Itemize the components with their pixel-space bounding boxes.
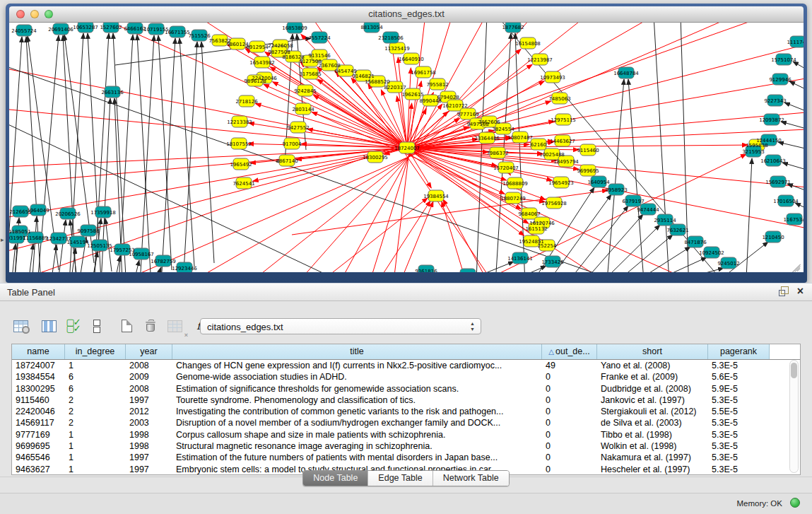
svg-text:7986372: 7986372 <box>486 151 508 156</box>
column-header-name[interactable]: name <box>12 344 65 359</box>
table-panel-titlebar: Table Panel × <box>0 283 812 301</box>
column-header-pagerank[interactable]: pagerank <box>708 344 770 359</box>
table-cell: Dudbridge et al. (2008) <box>597 383 708 395</box>
table-cell: 5.9E-5 <box>708 383 770 395</box>
svg-text:2663136: 2663136 <box>101 90 124 95</box>
scrollbar-thumb[interactable] <box>791 363 797 378</box>
float-window-icon[interactable] <box>779 286 789 296</box>
table-row[interactable]: 1872400712008Changes of HCN gene express… <box>12 360 800 371</box>
svg-text:9684067: 9684067 <box>518 211 540 217</box>
svg-text:2718126: 2718126 <box>235 99 258 105</box>
svg-text:9227343: 9227343 <box>764 98 786 104</box>
svg-text:16648784: 16648784 <box>613 71 639 76</box>
svg-text:10688809: 10688809 <box>502 181 528 187</box>
svg-text:9115460: 9115460 <box>577 148 599 153</box>
svg-text:9896128: 9896128 <box>244 78 266 84</box>
table-cell: 18300295 <box>12 383 65 395</box>
svg-text:7632621: 7632621 <box>666 228 688 233</box>
svg-text:1527602: 1527602 <box>100 25 122 30</box>
column-header-out-de-[interactable]: △out_de... <box>542 344 597 359</box>
network-view-window: citations_edges.txt 18724007756382298601… <box>6 4 807 283</box>
table-row[interactable]: 969969511998Structural magnetic resonanc… <box>12 440 800 452</box>
table-select-value: citations_edges.txt <box>207 322 283 332</box>
table-row[interactable]: 1938455462009Genome-wide association stu… <box>12 371 800 382</box>
svg-text:14136141: 14136141 <box>507 256 533 262</box>
table-cell: 2008 <box>126 360 172 371</box>
table-cell: 19384554 <box>12 371 65 382</box>
citation-network-graph[interactable]: 1872400775638229860124891295422426058982… <box>9 23 804 272</box>
table-cell: 5.3E-5 <box>708 395 770 406</box>
table-row[interactable]: 2242004622012Investigating the contribut… <box>12 406 800 417</box>
window-resize-grip[interactable] <box>792 261 802 271</box>
svg-text:16210643: 16210643 <box>760 158 786 164</box>
table-cell: 0 <box>542 429 597 440</box>
table-cell: 5.5E-5 <box>708 406 770 417</box>
svg-text:7485063: 7485063 <box>548 96 570 102</box>
svg-text:12444150: 12444150 <box>756 138 782 144</box>
panel-collapse-handle-icon[interactable]: ▸ <box>1 236 4 243</box>
close-panel-icon[interactable]: × <box>797 286 804 296</box>
table-cell: Wolkin et al. (1998) <box>597 440 708 452</box>
svg-text:16782759: 16782759 <box>151 259 176 264</box>
svg-text:9427552: 9427552 <box>287 125 309 131</box>
window-title: citations_edges.txt <box>9 8 804 19</box>
svg-text:1595838: 1595838 <box>746 143 767 148</box>
svg-text:8471876: 8471876 <box>684 240 707 245</box>
svg-text:6379197: 6379197 <box>622 199 644 204</box>
table-cell: Changes of HCN gene expression and I(f) … <box>172 360 542 371</box>
column-header-short[interactable]: short <box>597 344 708 359</box>
svg-text:1733426: 1733426 <box>541 259 564 265</box>
network-canvas[interactable]: 1872400775638229860124891295422426058982… <box>9 23 804 272</box>
row-format-icon[interactable] <box>86 317 107 335</box>
column-header-title[interactable]: title <box>172 344 542 359</box>
table-cell: Investigating the contribution of common… <box>172 406 542 417</box>
table-row[interactable]: 946554611997Estimation of the future num… <box>12 452 800 463</box>
table-cell: 2009 <box>126 371 172 382</box>
table-row[interactable]: 977716911998Corpus callosum shape and si… <box>12 429 800 440</box>
new-table-icon[interactable] <box>116 317 137 335</box>
table-row[interactable]: 1830029562008Estimation of significance … <box>12 383 800 395</box>
svg-text:8220317: 8220317 <box>384 85 406 90</box>
tab-network-table[interactable]: Network Table <box>433 471 509 486</box>
select-columns-icon[interactable]: ▢✓▢✓ <box>62 317 83 335</box>
table-row[interactable]: 911546021997Tourette syndrome. Phenomeno… <box>12 395 800 406</box>
svg-text:20691406: 20691406 <box>48 27 73 33</box>
table-settings-icon[interactable] <box>10 317 31 335</box>
svg-text:2803144: 2803144 <box>292 107 314 112</box>
svg-text:8813054: 8813054 <box>360 25 383 30</box>
svg-text:6794028: 6794028 <box>437 95 459 100</box>
column-chooser-icon[interactable] <box>38 317 59 335</box>
table-cell: Tourette syndrome. Phenomenology and cla… <box>172 395 542 406</box>
table-mode-tabs: Node Table Edge Table Network Table <box>302 470 509 486</box>
column-header-year[interactable]: year <box>126 344 172 359</box>
tab-edge-table[interactable]: Edge Table <box>367 471 432 486</box>
svg-text:7462606: 7462606 <box>478 119 500 125</box>
table-cell: 1 <box>65 429 126 440</box>
svg-text:10958167: 10958167 <box>129 252 154 257</box>
window-titlebar[interactable]: citations_edges.txt <box>9 6 804 23</box>
svg-text:9242845: 9242845 <box>294 88 316 94</box>
svg-text:252254: 252254 <box>538 243 557 249</box>
table-cell: 1997 <box>126 395 172 406</box>
svg-text:23218506: 23218506 <box>378 35 404 41</box>
table-cell: 14569117 <box>12 417 65 428</box>
tab-node-table[interactable]: Node Table <box>303 471 367 486</box>
table-cell: 1 <box>65 452 126 463</box>
svg-text:16640910: 16640910 <box>399 57 424 62</box>
column-header-in-degree[interactable]: in_degree <box>65 344 126 359</box>
memory-status-label: Memory: OK <box>736 499 782 508</box>
table-row[interactable]: 1456911722003Disruption of a novel membe… <box>12 417 800 428</box>
svg-text:12213383: 12213383 <box>227 119 252 125</box>
table-panel-body: ▢✓▢✓ × f(x) citations_edges.txt ▲▼ namei… <box>0 301 812 514</box>
node-table[interactable]: namein_degreeyeartitle△out_de...shortpag… <box>11 344 801 475</box>
delete-table-icon[interactable] <box>140 317 161 335</box>
memory-status-icon[interactable] <box>790 498 800 508</box>
svg-text:10807487: 10807487 <box>507 135 533 141</box>
table-cell: 0 <box>542 383 597 395</box>
table-cell: Estimation of significance thresholds fo… <box>172 383 542 395</box>
table-cell: 5.3E-5 <box>708 440 770 452</box>
delete-table-disabled-icon: × <box>164 317 185 335</box>
table-select-dropdown[interactable]: citations_edges.txt ▲▼ <box>200 318 481 334</box>
vertical-scrollbar[interactable] <box>789 360 799 473</box>
status-bar: Memory: OK <box>0 493 812 514</box>
